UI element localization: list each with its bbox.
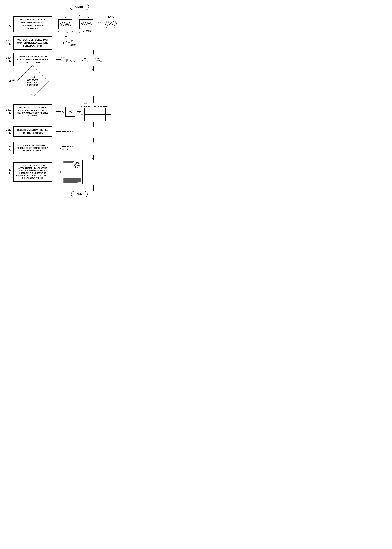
arrow-1212-to-1214 (93, 155, 94, 159)
row-1202: 1202 ↳ AGGREGATE SENSOR AND/OR MAINTENAN… (4, 36, 155, 50)
row-1208: 1208 ↳ INSTANTIATE ALL CREATED PROFILES … (4, 102, 155, 121)
formula-1202A: ∑ N i=1 f(xi) Δt (65, 40, 76, 43)
ref-1200A: 1200A (58, 16, 72, 19)
no-label: NO (31, 93, 34, 96)
arrow-start-to-1200 (79, 11, 79, 15)
arrow-1200-to-1202 (66, 33, 66, 36)
label-1204: 1204 (6, 57, 11, 59)
label-1208: 1208 (6, 108, 11, 111)
row-1206: YES 1206 GENERATE ADDITIONAL PROFILES? N… (4, 70, 155, 93)
wave-t-label-1: t (71, 26, 71, 28)
svg-text:mi: mi (105, 26, 107, 28)
row-1212: 1212 ↳ COMPARE THE UNKNOWN PROFILE TO OT… (4, 142, 155, 154)
ref-1204B: 1204B (81, 57, 87, 59)
ref-1208A: 1208A (81, 102, 87, 104)
process-1210: RECEIVE UNKNOWN PROFILE FOR THE PLATFORM (13, 127, 52, 137)
wave-t-label-2: t (92, 26, 92, 28)
formula-1204C: 1204C Health(j) (95, 57, 102, 62)
process-1202: AGGREGATE SENSOR AND/OR MAINTENANCE EVAL… (13, 36, 52, 50)
ref-1204A: 1204A (61, 57, 67, 59)
pi-in-memory-label: Pi IN ASSOCIATIVE MEMORY (81, 105, 108, 107)
report-circle-icon (74, 162, 80, 169)
wave-1200C: mi mj (104, 19, 118, 28)
process-1212: COMPARE THE UNKNOWN PROFILE TO OTHER PRO… (13, 142, 52, 154)
ref-1200D: 1200D (85, 30, 91, 32)
arrow-right-1214 (56, 172, 60, 172)
arrow-1204-to-1206 (93, 66, 94, 70)
end-node-wrap: END (0, 191, 155, 197)
arrow-1206-to-1208 (93, 96, 94, 101)
label-1202: 1202 (6, 40, 11, 42)
ref-1204C: 1204C (95, 57, 100, 59)
see-fig13-1210: SEE FIG. 13 (62, 130, 75, 133)
process-1200: RECEIVE SENSOR DATA AND/OR MAINTENANCE E… (13, 16, 52, 32)
formula-1200D: f(x1, ... xi xj ... xn) @ [ ti, tj] ↖ 12… (58, 30, 91, 33)
wave-1200B: t (79, 19, 93, 29)
row-1200: 1200 ↳ RECEIVE SENSOR DATA AND/OR MAINTE… (4, 16, 155, 33)
wave-1200A: t (58, 19, 72, 29)
arrow-right-1202 (58, 43, 63, 43)
arrow-1202-to-1204 (93, 50, 94, 53)
label-1212: 1212 (6, 145, 11, 148)
label-1214: 1214 (6, 169, 11, 171)
row-1210: 1210 ↳ RECEIVE UNKNOWN PROFILE FOR THE P… (4, 127, 155, 137)
label-1200: 1200 (6, 21, 11, 24)
arrow-right-1204 (56, 59, 60, 60)
label-1210: 1210 (6, 128, 11, 131)
ref-1200C: 1200C (104, 16, 118, 18)
memory-table (84, 108, 111, 121)
ref-1200B: 1200B (79, 16, 93, 19)
formula-1204A: 1204A Fn( ∑ N i=1 (fxi) Δt) (61, 57, 75, 63)
process-1208: INSTANTIATE ALL CREATED PROFILES IN AN A… (13, 104, 52, 119)
arrow-1210-to-1212 (93, 138, 94, 141)
diagram-page: START 1200 ↳ RECEIVE SENSOR DATA AND/OR … (4, 4, 155, 197)
arrow-1214-to-end (93, 185, 94, 190)
end-oval: END (71, 191, 88, 197)
hi-label-2: Hi (81, 113, 83, 116)
yes-label: YES (9, 80, 13, 82)
row-1214: 1214 ↳ GENERATE A REPORT OF AN APPROXIMA… (4, 160, 155, 184)
start-node: START (4, 4, 155, 10)
hi-label-1: Hi (62, 110, 64, 114)
arrow-right-1210 (56, 131, 60, 132)
ref-1202A: 1202A (70, 44, 76, 46)
diamond-1206: 1206 GENERATE ADDITIONAL PROFILES? (21, 70, 44, 93)
process-1204: GENERATE PROFILE OF THE PLATFORM AT A PA… (13, 53, 52, 66)
arrow-right-1208b (77, 112, 79, 112)
arrow-1208-to-1210 (93, 122, 94, 126)
formula-1204B: 1204B Profile(i) (81, 57, 88, 62)
svg-text:mj: mj (113, 26, 115, 28)
diamond-text-1206: 1206 GENERATE ADDITIONAL PROFILES? (21, 70, 44, 93)
start-oval: START (70, 4, 89, 10)
pi-box: (Pi) (65, 107, 75, 117)
report-illustration-1212A (62, 160, 83, 184)
arrow-right-1212 (56, 148, 60, 148)
ref-1212A-label: 1212A (62, 149, 75, 151)
arrow-right-1208 (56, 112, 60, 112)
row-1204: 1204 ↳ GENERATE PROFILE OF THE PLATFORM … (4, 53, 155, 66)
see-fig13-1212: SEE FIG. 13 (62, 145, 75, 148)
process-1214: GENERATE A REPORT OF AN APPROXIMATED HEA… (13, 163, 52, 182)
